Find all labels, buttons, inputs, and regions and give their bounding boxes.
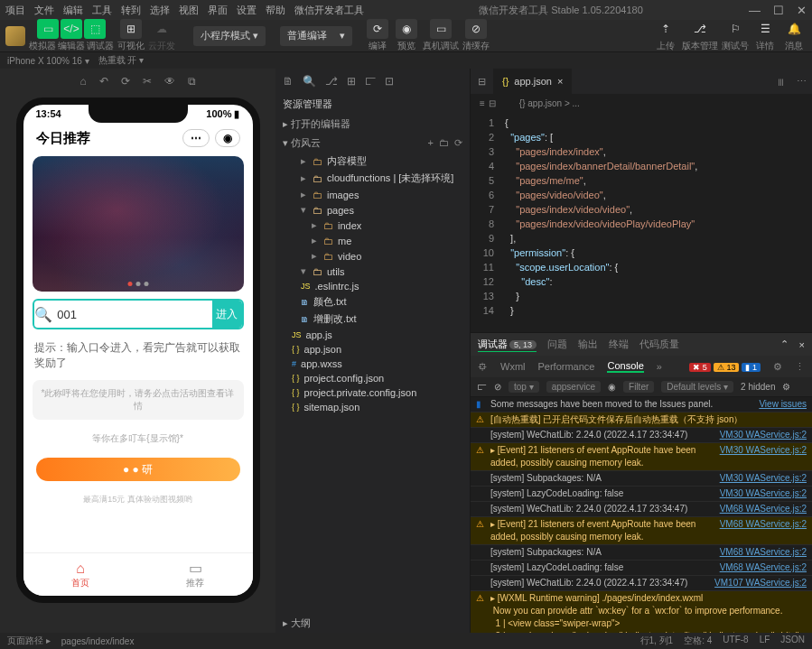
panel-tab-problems[interactable]: 问题 bbox=[547, 338, 567, 351]
tree-item[interactable]: { }app.json bbox=[275, 342, 470, 357]
tab-home[interactable]: ⌂首页 bbox=[23, 553, 138, 596]
source-link[interactable]: VM68 WAService.js:2 bbox=[720, 546, 807, 559]
tree-item[interactable]: ▸🗀images bbox=[275, 187, 470, 202]
view-issues-link[interactable]: View issues bbox=[759, 398, 807, 411]
cloud-button[interactable]: ☁ bbox=[151, 19, 173, 39]
error-count-badge[interactable]: ✖ 5 bbox=[689, 363, 711, 372]
panel-tab-quality[interactable]: 代码质量 bbox=[639, 338, 679, 351]
explorer-git-icon[interactable]: ⎇ bbox=[325, 75, 338, 88]
menu-界面[interactable]: 界面 bbox=[208, 5, 228, 15]
tab-recommend[interactable]: ▭推荐 bbox=[138, 553, 253, 596]
console-tab-wxml[interactable]: Wxml bbox=[500, 361, 526, 372]
tree-item[interactable]: ▾🗀utils bbox=[275, 264, 470, 279]
source-link[interactable]: VM107 WAService.js:2 bbox=[714, 577, 807, 589]
eol[interactable]: LF bbox=[760, 635, 770, 647]
tree-item[interactable]: { }project.config.json bbox=[275, 371, 470, 385]
menu-视图[interactable]: 视图 bbox=[179, 5, 199, 15]
tree-item[interactable]: #app.wxss bbox=[275, 357, 470, 371]
tab-group-icon[interactable]: ⊟ bbox=[471, 76, 493, 88]
tree-item[interactable]: ▸🗀内容模型 bbox=[275, 153, 470, 170]
tree-item[interactable]: JSapp.js bbox=[275, 328, 470, 342]
minimize-icon[interactable]: — bbox=[749, 4, 761, 17]
project-section[interactable]: ▾ 仿风云 + 🗀 ⟳ bbox=[275, 134, 470, 153]
source-link[interactable]: VM30 WAService.js:2 bbox=[720, 472, 807, 485]
menu-文件[interactable]: 文件 bbox=[34, 5, 54, 15]
code-input[interactable] bbox=[53, 301, 212, 328]
maximize-icon[interactable]: ☐ bbox=[773, 4, 784, 17]
promo-banner[interactable]: ● ● 研 bbox=[36, 458, 240, 481]
cursor-pos[interactable]: 行1, 列1 bbox=[640, 635, 674, 647]
real-device-button[interactable]: ▭ bbox=[430, 19, 452, 39]
visualize-button[interactable]: ⊞ bbox=[120, 19, 142, 39]
preview-button[interactable]: ◉ bbox=[396, 19, 417, 39]
explorer-files-icon[interactable]: 🗎 bbox=[283, 75, 294, 88]
details-button[interactable]: ☰ bbox=[754, 19, 776, 39]
compile-button[interactable]: ⟳ bbox=[367, 19, 388, 39]
menu-项目[interactable]: 项目 bbox=[5, 5, 25, 15]
open-editors-section[interactable]: ▸ 打开的编辑器 bbox=[275, 115, 470, 134]
new-folder-icon[interactable]: 🗀 bbox=[439, 137, 449, 149]
console-tab-console[interactable]: Console bbox=[607, 360, 643, 373]
capsule-menu-icon[interactable]: ⋯ bbox=[182, 129, 210, 147]
panel-tab-output[interactable]: 输出 bbox=[578, 338, 598, 351]
enter-button[interactable]: 进入 bbox=[212, 301, 241, 328]
close-tab-icon[interactable]: × bbox=[557, 76, 563, 87]
sim-float-icon[interactable]: ⧉ bbox=[188, 75, 196, 88]
clear-cache-button[interactable]: ⊘ bbox=[465, 19, 487, 39]
console-gear-icon[interactable]: ⚙ bbox=[773, 361, 782, 373]
console-menu-icon[interactable]: ⋮ bbox=[795, 361, 805, 373]
debugger-button[interactable]: ⬚ bbox=[84, 19, 106, 39]
mode-select[interactable]: 小程序模式▾ bbox=[193, 26, 266, 46]
tree-item[interactable]: ▸🗀me bbox=[275, 233, 470, 248]
device-select[interactable]: iPhone X 100% 16 ▾ bbox=[7, 56, 89, 66]
simulator-button[interactable]: ▭ bbox=[37, 19, 59, 39]
tree-item[interactable]: ▸🗀cloudfunctions | [未选择环境] bbox=[275, 170, 470, 187]
source-link[interactable]: VM68 WAService.js:2 bbox=[720, 518, 807, 543]
console-output[interactable]: ▮ Some messages have been moved to the I… bbox=[471, 397, 812, 633]
page-path[interactable]: pages/index/index bbox=[61, 636, 135, 646]
new-file-icon[interactable]: + bbox=[428, 137, 434, 149]
tree-item[interactable]: { }project.private.config.json bbox=[275, 385, 470, 400]
sim-back-icon[interactable]: ↶ bbox=[99, 75, 108, 88]
menu-选择[interactable]: 选择 bbox=[150, 5, 170, 15]
filter-input[interactable]: Filter bbox=[623, 381, 654, 393]
console-more-icon[interactable]: » bbox=[657, 361, 662, 372]
context-top-select[interactable]: top ▾ bbox=[509, 381, 539, 393]
source-link[interactable]: VM68 WAService.js:2 bbox=[720, 503, 807, 515]
sim-eye-icon[interactable]: 👁 bbox=[164, 75, 175, 88]
sim-refresh-icon[interactable]: ⟳ bbox=[121, 75, 130, 88]
editor-button[interactable]: </> bbox=[61, 19, 82, 39]
console-select-icon[interactable]: ⯐ bbox=[478, 361, 488, 372]
panel-close-icon[interactable]: × bbox=[799, 339, 805, 350]
split-icon[interactable]: ⫼ bbox=[770, 76, 791, 87]
menu-帮助[interactable]: 帮助 bbox=[266, 5, 285, 15]
panel-tab-terminal[interactable]: 终端 bbox=[609, 338, 629, 351]
level-select[interactable]: Default levels ▾ bbox=[661, 381, 733, 393]
tree-item[interactable]: ▸🗀video bbox=[275, 248, 470, 264]
filter-clear-icon[interactable]: ⊘ bbox=[494, 382, 501, 392]
panel-up-icon[interactable]: ⌃ bbox=[780, 338, 789, 350]
menu-微信开发者工具[interactable]: 微信开发者工具 bbox=[294, 5, 364, 15]
context-app-select[interactable]: appservice bbox=[546, 381, 601, 393]
explorer-plugin-icon[interactable]: ⊡ bbox=[385, 75, 394, 88]
message-button[interactable]: 🔔 bbox=[783, 19, 805, 39]
test-button[interactable]: ⚐ bbox=[724, 19, 746, 39]
explorer-ext-icon[interactable]: ⊞ bbox=[347, 75, 356, 88]
menu-转到[interactable]: 转到 bbox=[121, 5, 141, 15]
menu-工具[interactable]: 工具 bbox=[92, 5, 112, 15]
tree-item[interactable]: ▾🗀pages bbox=[275, 202, 470, 218]
sim-home-icon[interactable]: ⌂ bbox=[79, 75, 86, 88]
source-link[interactable]: VM30 WAService.js:2 bbox=[720, 487, 807, 500]
console-tab-perf[interactable]: Performance bbox=[538, 361, 595, 372]
indent-setting[interactable]: 空格: 4 bbox=[684, 635, 712, 647]
banner-swiper[interactable] bbox=[33, 156, 244, 292]
tree-item[interactable]: ▸🗀index bbox=[275, 218, 470, 233]
outline-section[interactable]: ▸ 大纲 bbox=[275, 614, 470, 633]
refresh-tree-icon[interactable]: ⟳ bbox=[454, 137, 462, 149]
version-button[interactable]: ⎇ bbox=[689, 19, 711, 39]
menu-编辑[interactable]: 编辑 bbox=[63, 5, 83, 15]
source-link[interactable]: VM30 WAService.js:2 bbox=[720, 444, 807, 469]
info-count-badge[interactable]: ▮ 1 bbox=[742, 363, 761, 372]
encoding[interactable]: UTF-8 bbox=[723, 635, 748, 647]
more-icon[interactable]: ⋯ bbox=[791, 76, 812, 88]
